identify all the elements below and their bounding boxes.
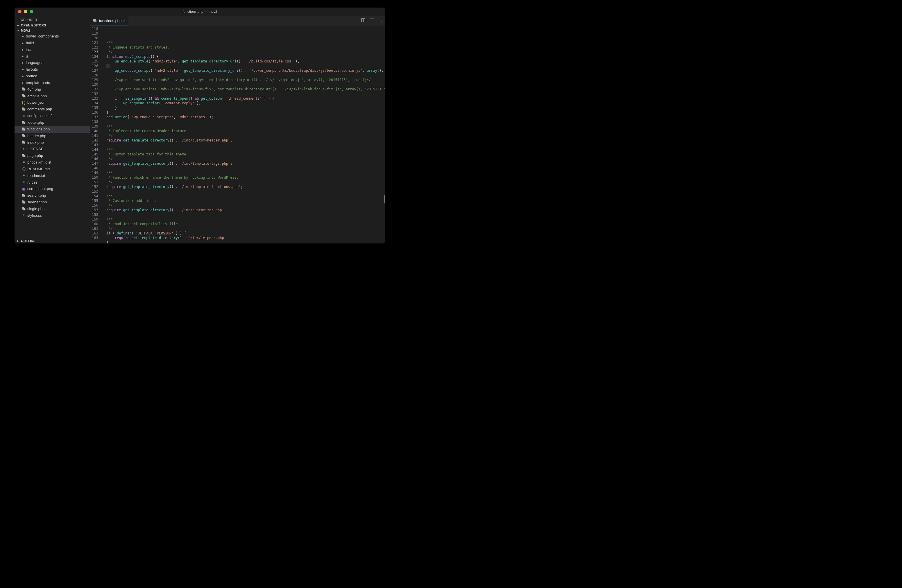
tree-item[interactable]: #style.css xyxy=(14,213,90,219)
php-icon: 🐘 xyxy=(22,140,26,145)
code-editor[interactable]: /** * Enqueue scripts and styles. */func… xyxy=(103,26,385,244)
tree-item-label: comments.php xyxy=(27,106,52,112)
tree-item[interactable]: ≡phpcs.xml.dist xyxy=(14,159,90,166)
code-line[interactable]: */ xyxy=(106,180,385,185)
code-line[interactable] xyxy=(106,189,385,194)
tree-item[interactable]: 🐘functions.php xyxy=(14,126,90,133)
code-line[interactable]: require get_template_directory() . '/inc… xyxy=(106,236,385,240)
tree-item[interactable]: ▸build xyxy=(14,40,90,47)
code-line[interactable] xyxy=(106,73,385,78)
outline-label: OUTLINE xyxy=(21,239,36,242)
outline-section[interactable]: ▸ OUTLINE xyxy=(14,238,90,244)
code-line[interactable]: */ xyxy=(106,203,385,208)
tree-item[interactable]: #rtl.css xyxy=(14,179,90,186)
code-line[interactable]: function mdv2_scripts() { xyxy=(106,54,385,59)
tree-item[interactable]: ▸layouts xyxy=(14,66,90,73)
tree-item[interactable]: 🐘404.php xyxy=(14,86,90,93)
php-icon: 🐘 xyxy=(93,19,97,23)
php-icon: 🐘 xyxy=(22,120,26,125)
tree-item-label: footer.php xyxy=(27,120,44,125)
code-line[interactable]: * Implement the Custom Header feature. xyxy=(106,129,385,133)
code-line[interactable]: /*wp_enqueue_script( 'mdv2-skip-link-foc… xyxy=(106,87,385,92)
code-line[interactable]: add_action( 'wp_enqueue_scripts', 'mdv2_… xyxy=(106,115,385,119)
code-line[interactable]: /** xyxy=(106,41,385,45)
tree-item[interactable]: 🐘single.php xyxy=(14,206,90,213)
tree-item[interactable]: 🐘header.php xyxy=(14,133,90,139)
tree-item[interactable]: ▸template-parts xyxy=(14,80,90,86)
tab-close-icon[interactable]: × xyxy=(123,19,125,23)
tab-functions-php[interactable]: 🐘 functions.php × xyxy=(90,16,128,26)
code-line[interactable]: /** xyxy=(106,170,385,175)
tree-item[interactable]: 🐘comments.php xyxy=(14,106,90,113)
tree-item[interactable]: 🐘search.php xyxy=(14,192,90,199)
code-line[interactable]: /*wp_enqueue_script( 'mdv2-navigation', … xyxy=(106,78,385,82)
tree-item-label: single.php xyxy=(27,206,44,212)
line-number-gutter[interactable]: 1181191201211221231241251261271281291301… xyxy=(90,26,103,244)
tree-item[interactable]: ▸source xyxy=(14,73,90,80)
tree-item[interactable]: 🐘sidebar.php xyxy=(14,199,90,206)
tree-item[interactable]: { }bower.json xyxy=(14,99,90,106)
code-line[interactable] xyxy=(106,142,385,147)
tree-item[interactable]: 🐘index.php xyxy=(14,139,90,146)
explorer-title: EXPLORER xyxy=(14,16,90,23)
tree-item[interactable]: ▸js xyxy=(14,53,90,60)
code-line[interactable]: } xyxy=(106,110,385,115)
code-line[interactable]: if ( defined( 'JETPACK__VERSION' ) ) { xyxy=(106,231,385,236)
split-editor-icon[interactable] xyxy=(370,18,374,23)
code-line[interactable]: /** xyxy=(106,194,385,199)
project-root-section[interactable]: ▾ MDV2 xyxy=(14,28,90,33)
chevron-right-icon: ▸ xyxy=(22,48,24,52)
tree-item[interactable]: 🐘archive.php xyxy=(14,93,90,100)
chevron-down-icon: ▾ xyxy=(17,29,20,32)
code-line[interactable]: require get_template_directory() . '/inc… xyxy=(106,138,385,142)
tree-item[interactable]: ▸languages xyxy=(14,59,90,66)
code-line[interactable]: require get_template_directory() . '/inc… xyxy=(106,185,385,189)
code-line[interactable] xyxy=(106,119,385,124)
code-line[interactable] xyxy=(106,92,385,96)
code-line[interactable] xyxy=(106,82,385,87)
open-editors-section[interactable]: ▸ OPEN EDITORS xyxy=(14,23,90,28)
tree-item[interactable]: ▸inc xyxy=(14,47,90,53)
tree-item[interactable]: 🐘page.php xyxy=(14,153,90,159)
tree-item[interactable]: 🐘footer.php xyxy=(14,119,90,126)
compare-changes-icon[interactable] xyxy=(361,18,366,23)
code-line[interactable]: * Functions which enhance the theme by h… xyxy=(106,175,385,180)
tree-item[interactable]: ▸bower_components xyxy=(14,33,90,40)
code-line[interactable]: require get_template_directory() . '/inc… xyxy=(106,208,385,213)
code-line[interactable]: wp_enqueue_script( 'mdv2-style', get_tem… xyxy=(106,68,385,73)
tree-item[interactable]: ≡readme.txt xyxy=(14,172,90,179)
tree-item[interactable]: ≡config.codekit3 xyxy=(14,113,90,119)
code-line[interactable] xyxy=(106,213,385,217)
minimap-viewport-marker[interactable] xyxy=(384,195,385,203)
tree-item-label: js xyxy=(26,54,28,59)
tree-item[interactable]: ▣screenshot.png xyxy=(14,186,90,192)
tree-item-label: config.codekit3 xyxy=(27,113,53,119)
code-line[interactable]: */ xyxy=(106,156,385,161)
tree-item[interactable]: ⓘREADME.md xyxy=(14,166,90,172)
code-line[interactable]: } xyxy=(106,240,385,244)
chevron-right-icon: ▸ xyxy=(22,54,24,58)
code-line[interactable]: * Enqueue scripts and styles. xyxy=(106,45,385,50)
code-line[interactable]: } xyxy=(106,105,385,110)
code-line[interactable] xyxy=(106,166,385,170)
window-maximize-btn[interactable] xyxy=(30,10,33,13)
code-line[interactable]: * Custom template tags for this theme. xyxy=(106,152,385,156)
code-line[interactable] xyxy=(106,64,385,68)
code-line[interactable]: /** xyxy=(106,124,385,129)
window-minimize-btn[interactable] xyxy=(24,10,27,13)
code-line[interactable]: if ( is_singular() && comments_open() &&… xyxy=(106,96,385,101)
code-line[interactable]: wp_enqueue_style( 'mdv2-style', get_temp… xyxy=(106,59,385,64)
code-line[interactable]: */ xyxy=(106,133,385,138)
code-line[interactable]: * Customizer additions. xyxy=(106,199,385,203)
code-line[interactable]: * Load Jetpack compatibility file. xyxy=(106,222,385,226)
code-line[interactable]: /** xyxy=(106,217,385,222)
code-line[interactable]: */ xyxy=(106,226,385,231)
code-line[interactable]: require get_template_directory() . '/inc… xyxy=(106,161,385,166)
code-line[interactable]: /** xyxy=(106,147,385,152)
titlebar[interactable]: functions.php — mdv2 xyxy=(14,8,385,16)
window-close-btn[interactable] xyxy=(18,10,22,13)
code-line[interactable]: */ xyxy=(106,50,385,54)
more-actions-icon[interactable]: ··· xyxy=(378,19,382,23)
tree-item[interactable]: ✦LICENSE xyxy=(14,146,90,153)
code-line[interactable]: wp_enqueue_script( 'comment-reply' ); xyxy=(106,101,385,105)
